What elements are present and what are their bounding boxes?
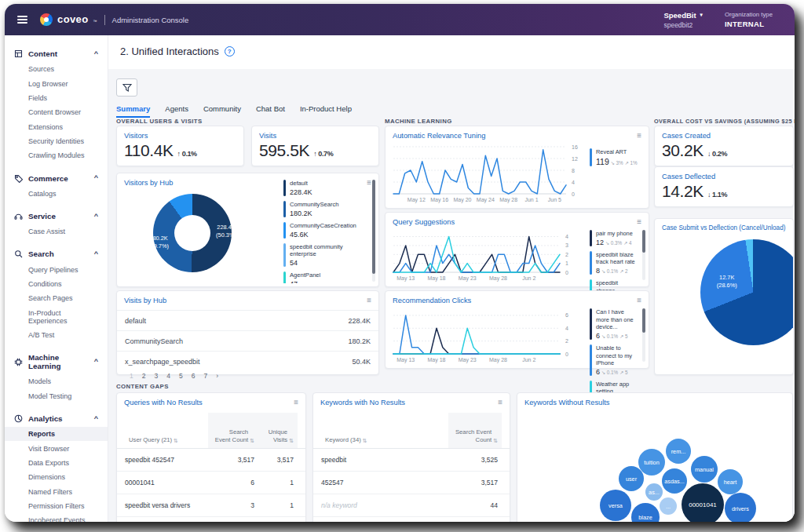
sidebar-item-a-b-test[interactable]: A/B Test	[5, 328, 108, 342]
page-6[interactable]: 6	[192, 372, 196, 380]
legend-item-speedbit-community-enterprise[interactable]: speedbit community enterprise54	[283, 243, 367, 268]
tab-community[interactable]: Community	[203, 104, 241, 118]
sort-icon[interactable]: ⇅	[174, 437, 178, 444]
legend-item-can-i-have-more-than-one-device[interactable]: Can I have more than one device...6 ↘ 0.…	[590, 308, 638, 340]
card-menu-icon[interactable]: ≡	[637, 218, 641, 226]
sidebar-item-case-assist[interactable]: Case Assist	[5, 224, 108, 239]
card-menu-icon[interactable]: ≡	[637, 132, 641, 140]
bubble-versa[interactable]: versa	[600, 490, 631, 521]
column-header-keyword-34[interactable]: Keyword (34)⇅	[321, 413, 448, 448]
hamburger-menu-icon[interactable]	[17, 16, 27, 24]
bubble-drivers[interactable]: drivers	[725, 493, 756, 522]
column-header-user-query-21[interactable]: User Query (21)⇅	[125, 413, 208, 448]
bubble-00001041[interactable]: 00001041	[682, 483, 724, 522]
sort-icon[interactable]: ⇅	[250, 437, 254, 444]
page-2[interactable]: 2	[142, 372, 146, 380]
sidebar-item-query-pipelines[interactable]: Query Pipelines	[5, 262, 108, 276]
bubble-item[interactable]: ...	[660, 497, 677, 515]
card-title-case-submit[interactable]: Case Submit vs Deflection (Cancel/Unload…	[662, 224, 785, 231]
sidebar-item-in-product-experiences[interactable]: In-Product Experiences	[5, 306, 108, 328]
sidebar-item-reports[interactable]: Reports	[5, 427, 108, 441]
filter-button[interactable]	[116, 78, 137, 97]
sidebar-group-service[interactable]: Service^	[5, 208, 108, 224]
legend-item-communitycasecreation[interactable]: CommunityCaseCreation45.6K	[283, 222, 367, 239]
sidebar-group-content[interactable]: Content^	[5, 46, 108, 62]
sidebar-group-search[interactable]: Search^	[5, 246, 108, 262]
card-menu-icon[interactable]: ≡	[367, 297, 371, 304]
column-header-unique-visits[interactable]: Unique Visits⇅	[258, 413, 298, 448]
kpi-title[interactable]: Visits	[259, 132, 371, 140]
legend-item-pair-my-phone[interactable]: pair my phone12 ↘ 0.3% ↗ 4	[590, 230, 638, 246]
sidebar-item-data-exports[interactable]: Data Exports	[5, 456, 108, 470]
card-menu-icon[interactable]: ≡	[367, 179, 371, 187]
card-title-keywords-no-results[interactable]: Keywords with No Results	[320, 399, 405, 406]
sidebar-item-fields[interactable]: Fields	[5, 91, 108, 105]
card-title-art[interactable]: Automatic Relevance Tuning	[393, 132, 485, 140]
sidebar-item-incoherent-events[interactable]: Incoherent Events	[5, 513, 108, 522]
sidebar-item-model-testing[interactable]: Model Testing	[5, 389, 108, 403]
card-title-recommendation-clicks[interactable]: Recommendation Clicks	[393, 297, 471, 304]
sidebar-item-crawling-modules[interactable]: Crawling Modules	[5, 148, 108, 162]
chevron-up-icon[interactable]: ^	[94, 213, 98, 220]
bubble-manual[interactable]: manual	[691, 456, 718, 483]
sidebar-item-models[interactable]: Models	[5, 374, 108, 388]
sidebar-item-visit-browser[interactable]: Visit Browser	[5, 441, 108, 455]
page-4[interactable]: 4	[166, 372, 170, 380]
org-picker[interactable]: SpeedBit▾ speedbit2	[663, 11, 702, 29]
legend-item-agentpanel[interactable]: AgentPanel47	[283, 271, 367, 283]
page-7[interactable]: 7	[203, 372, 207, 380]
column-header-search-event-count[interactable]: Search Event Count⇅	[448, 413, 502, 448]
card-menu-icon[interactable]: ≡	[498, 399, 502, 406]
sidebar-item-sources[interactable]: Sources	[5, 62, 108, 76]
card-menu-icon[interactable]: ≡	[637, 297, 641, 304]
legend-scrollbar[interactable]	[642, 230, 645, 280]
tab-in-product-help[interactable]: In-Product Help	[300, 104, 352, 118]
chevron-up-icon[interactable]: ^	[94, 251, 98, 257]
bubble-asdas[interactable]: asdas...	[662, 468, 687, 494]
sidebar-item-content-browser[interactable]: Content Browser	[5, 105, 108, 119]
sidebar-item-dimensions[interactable]: Dimensions	[5, 470, 108, 484]
kpi-title[interactable]: Cases Deflected	[662, 173, 786, 180]
hub-name[interactable]: x_searchpage_speedbit	[125, 358, 200, 366]
chevron-up-icon[interactable]: ^	[94, 51, 98, 57]
sort-icon[interactable]: ⇅	[363, 437, 367, 444]
bubble-heart[interactable]: heart	[718, 469, 743, 494]
card-title-visitors-by-hub[interactable]: Visitors by Hub	[124, 179, 173, 187]
chevron-up-icon[interactable]: ^	[94, 359, 98, 365]
sidebar-item-conditions[interactable]: Conditions	[5, 277, 108, 291]
sidebar-item-permission-filters[interactable]: Permission Filters	[5, 499, 108, 513]
legend-item-communitysearch[interactable]: CommunitySearch180.2K	[283, 201, 367, 217]
sort-icon[interactable]: ⇅	[289, 437, 294, 444]
sidebar-item-log-browser[interactable]: Log Browser	[5, 76, 108, 90]
kpi-title[interactable]: Cases Created	[662, 132, 786, 140]
hub-name[interactable]: CommunitySearch	[125, 337, 183, 345]
page-3[interactable]: 3	[154, 372, 158, 380]
sidebar-item-security-identities[interactable]: Security Identities	[5, 134, 108, 148]
sidebar-item-named-filters[interactable]: Named Filters	[5, 485, 108, 499]
page-5[interactable]: 5	[179, 372, 183, 380]
sidebar-item-search-pages[interactable]: Search Pages	[5, 291, 108, 305]
card-title-query-suggestions[interactable]: Query Suggestions	[393, 218, 455, 226]
tab-agents[interactable]: Agents	[165, 104, 188, 118]
page-next[interactable]: ›	[216, 372, 218, 380]
bubble-blaze[interactable]: blaze	[631, 503, 660, 522]
sidebar-item-extensions[interactable]: Extensions	[5, 120, 108, 134]
chevron-down-icon[interactable]: ▾	[700, 12, 703, 18]
sidebar-group-analytics[interactable]: Analytics^	[5, 410, 108, 427]
column-header-search-event-count[interactable]: Search Event Count⇅	[208, 413, 258, 448]
legend-scrollbar[interactable]	[372, 180, 375, 282]
sidebar-item-catalogs[interactable]: Catalogs	[5, 187, 108, 201]
card-title-queries-no-results[interactable]: Queries with No Results	[124, 399, 203, 406]
hub-name[interactable]: default	[125, 317, 146, 325]
chevron-up-icon[interactable]: ^	[94, 416, 98, 422]
sidebar-group-commerce[interactable]: Commerce^	[5, 170, 108, 187]
tab-chat-bot[interactable]: Chat Bot	[256, 104, 285, 118]
card-menu-icon[interactable]: ≡	[294, 399, 298, 406]
kpi-title[interactable]: Visitors	[124, 132, 236, 140]
sort-icon[interactable]: ⇅	[493, 437, 498, 444]
card-title-visits-by-hub[interactable]: Visits by Hub	[124, 297, 166, 304]
bubble-rem[interactable]: rem...	[666, 439, 691, 464]
legend-scrollbar[interactable]	[642, 308, 645, 362]
bubble-user[interactable]: user	[619, 466, 644, 491]
bubble-as[interactable]: as...	[645, 483, 663, 501]
